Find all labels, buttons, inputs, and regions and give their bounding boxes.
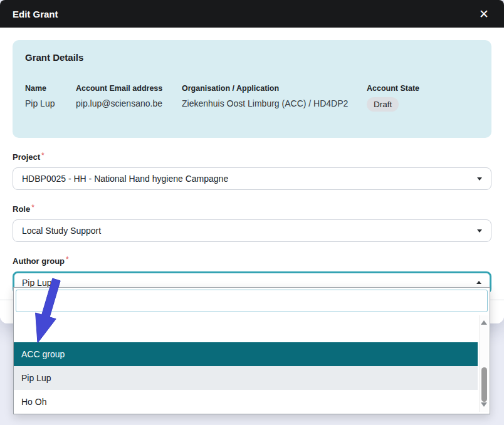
scroll-down-icon[interactable] (481, 402, 487, 407)
dropdown-option-list: ACC group Pip Lup Ho Oh (14, 314, 490, 414)
scrollbar-thumb[interactable] (481, 367, 487, 402)
dropdown-option-pip-lup[interactable]: Pip Lup (14, 366, 478, 390)
field-label: Account State (367, 84, 419, 93)
grant-details-title: Grant Details (25, 52, 479, 63)
field-organisation: Organisation / Application Ziekenhuis Oo… (182, 84, 367, 112)
project-select[interactable]: HDBP0025 - HH - National Hand hygiene Ca… (13, 167, 491, 190)
dropdown-search-input[interactable] (16, 290, 488, 312)
field-account-state: Account State Draft (367, 84, 419, 112)
field-name: Name Pip Lup (25, 84, 76, 112)
required-marker: * (41, 151, 45, 160)
field-value: pip.lup@sciensano.be (76, 98, 182, 108)
dropdown-option-ho-oh[interactable]: Ho Oh (14, 390, 478, 414)
dropdown-option-empty[interactable] (14, 314, 478, 342)
required-marker: * (31, 203, 34, 212)
author-group-select-value: Pip Lup (22, 278, 51, 288)
modal-body: Grant Details Name Pip Lup Account Email… (0, 28, 504, 307)
grant-details-panel: Grant Details Name Pip Lup Account Email… (13, 40, 491, 138)
status-badge: Draft (367, 97, 399, 112)
field-email: Account Email address pip.lup@sciensano.… (76, 84, 182, 112)
project-group: Project* HDBP0025 - HH - National Hand h… (13, 151, 491, 190)
role-label: Role (13, 204, 30, 214)
modal-title: Edit Grant (13, 9, 58, 19)
role-select-value: Local Study Support (22, 226, 101, 236)
chevron-down-icon (477, 229, 482, 233)
author-group-dropdown: ACC group Pip Lup Ho Oh (13, 287, 490, 414)
close-icon[interactable]: ✕ (476, 7, 491, 21)
dropdown-search-wrap (14, 288, 490, 314)
field-label: Organisation / Application (182, 84, 367, 93)
role-select[interactable]: Local Study Support (13, 219, 491, 242)
dropdown-scrollbar[interactable] (479, 315, 488, 412)
field-label: Name (25, 84, 76, 93)
field-value: Ziekenhuis Oost Limburg (ACC) / HD4DP2 (182, 98, 367, 108)
author-group-label: Author group (13, 256, 65, 266)
project-label: Project (13, 152, 40, 162)
chevron-down-icon (477, 177, 482, 181)
field-value: Pip Lup (25, 98, 76, 108)
grant-details-fields: Name Pip Lup Account Email address pip.l… (25, 84, 479, 112)
field-label: Account Email address (76, 84, 182, 93)
role-group: Role* Local Study Support (13, 203, 491, 242)
modal-header: Edit Grant ✕ (0, 0, 504, 28)
required-marker: * (66, 255, 69, 264)
edit-grant-modal: Edit Grant ✕ Grant Details Name Pip Lup … (0, 0, 504, 323)
chevron-up-icon (476, 281, 481, 284)
dropdown-option-acc-group[interactable]: ACC group (14, 342, 478, 366)
project-select-value: HDBP0025 - HH - National Hand hygiene Ca… (22, 174, 228, 184)
scroll-up-icon[interactable] (481, 320, 487, 325)
